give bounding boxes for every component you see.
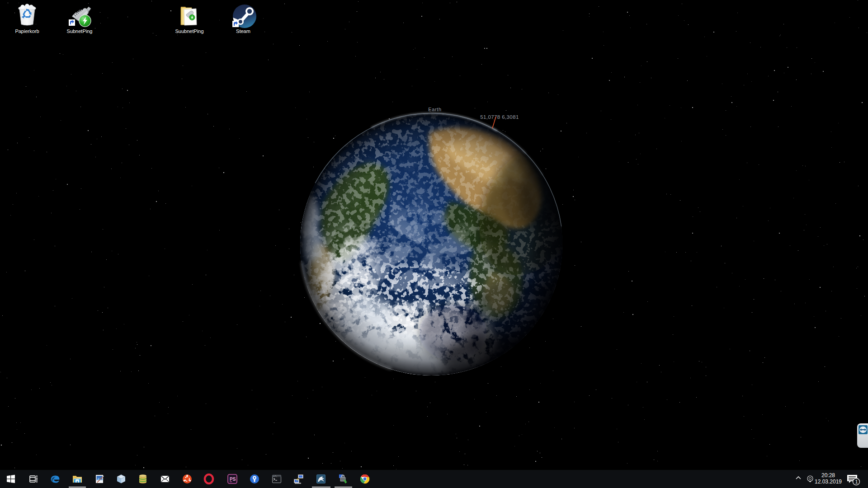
svg-text:1: 1	[855, 479, 858, 484]
svg-text:C:\_: C:\_	[274, 475, 278, 477]
svg-text:PS: PS	[230, 477, 236, 482]
